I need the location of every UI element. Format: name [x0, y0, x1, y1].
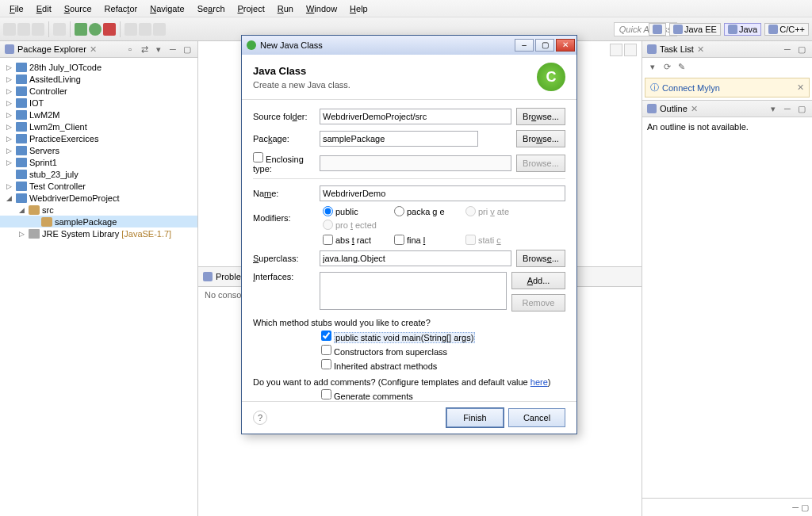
tree-twisty-icon[interactable]: ▷ — [5, 182, 13, 190]
minimize-icon[interactable]: ─ — [167, 44, 178, 55]
menu-edit[interactable]: Edit — [30, 2, 58, 15]
stub-abstract[interactable]: Inherited abstract methods — [321, 359, 565, 371]
outline-min-icon[interactable]: ─ — [782, 103, 793, 114]
dialog-minimize-button[interactable]: – — [515, 39, 534, 52]
menu-navigate[interactable]: Navigate — [144, 2, 190, 15]
tree-twisty-icon[interactable]: ▷ — [5, 99, 13, 107]
tree-item[interactable]: stub_23_july — [0, 168, 197, 180]
open-type-icon[interactable] — [153, 23, 166, 36]
task-new-icon[interactable]: ▾ — [647, 61, 658, 72]
menu-source[interactable]: Source — [58, 2, 98, 15]
stub-main[interactable]: public static void main(String[] args) — [321, 331, 565, 342]
tree-twisty-icon[interactable]: ◢ — [17, 206, 26, 214]
interfaces-add-button[interactable]: Add... — [511, 272, 565, 289]
new-class-icon[interactable] — [139, 23, 151, 36]
package-browse-button[interactable]: Browse... — [516, 130, 565, 147]
new-pkg-icon[interactable] — [124, 23, 137, 36]
dialog-maximize-button[interactable]: ▢ — [535, 39, 554, 52]
min-icon[interactable]: ─ — [782, 44, 793, 55]
run-icon[interactable] — [89, 23, 102, 36]
outline-menu-icon[interactable]: ▾ — [768, 103, 779, 114]
cancel-button[interactable]: Cancel — [508, 408, 565, 427]
tree-twisty-icon[interactable]: ▷ — [5, 123, 13, 131]
mod-public[interactable]: public — [323, 206, 385, 216]
dialog-titlebar[interactable]: New Java Class – ▢ ✕ — [242, 36, 576, 55]
menu-file[interactable]: File — [3, 2, 30, 15]
task-sync-icon[interactable]: ⟳ — [661, 61, 672, 72]
tree-item[interactable]: ▷PracticeExercices — [0, 132, 197, 144]
perspective-java[interactable]: Java — [724, 23, 761, 36]
build-icon[interactable] — [53, 23, 66, 36]
tree-item[interactable]: ▷LwM2M — [0, 109, 197, 120]
save-all-icon[interactable] — [32, 23, 44, 36]
run-ext-icon[interactable] — [103, 23, 116, 36]
tree-twisty-icon[interactable]: ▷ — [5, 135, 13, 143]
mod-final[interactable]: final — [394, 235, 456, 245]
tree-twisty-icon[interactable]: ▷ — [5, 75, 13, 83]
menu-help[interactable]: Help — [343, 2, 374, 15]
tree-twisty-icon[interactable]: ▷ — [17, 230, 26, 238]
close-banner-icon[interactable]: ✕ — [797, 82, 804, 93]
new-icon[interactable] — [3, 23, 16, 36]
tree-item[interactable]: ▷Lwm2m_Client — [0, 120, 197, 132]
tree-item[interactable]: ▷JRE System Library [JavaSE-1.7] — [0, 227, 197, 239]
tree-item[interactable]: ▷IOT — [0, 97, 197, 109]
maximize-icon[interactable]: ▢ — [182, 44, 193, 55]
connect-mylyn-banner[interactable]: ⓘ Connect Mylyn ✕ — [645, 78, 810, 97]
stub-constructors[interactable]: Constructors from superclass — [321, 345, 565, 357]
tree-twisty-icon[interactable]: ▷ — [5, 111, 13, 119]
tree-item[interactable]: samplePackage — [0, 216, 197, 227]
tree-item[interactable]: ▷Test Controller — [0, 180, 197, 192]
comments-here-link[interactable]: here — [530, 377, 548, 387]
max-icon[interactable]: ▢ — [796, 44, 807, 55]
enclosing-type-label[interactable]: Enclosing type: — [253, 152, 315, 174]
outline-max-icon[interactable]: ▢ — [796, 103, 807, 114]
generate-comments[interactable]: Generate comments — [321, 389, 565, 401]
tree-twisty-icon[interactable]: ◢ — [5, 194, 13, 202]
perspective-javaee[interactable]: Java EE — [669, 23, 721, 36]
package-tree[interactable]: ▷28th July_IOTcode▷AssitedLiving▷Control… — [0, 58, 197, 516]
interfaces-list[interactable] — [320, 272, 507, 310]
link-editor-icon[interactable]: ⇄ — [139, 44, 150, 55]
collapse-icon[interactable]: ▫ — [124, 44, 136, 55]
editor-minimize-icon[interactable] — [610, 44, 622, 56]
mod-abstract[interactable]: abstract — [323, 235, 385, 245]
perspective-cpp[interactable]: C/C++ — [764, 23, 809, 36]
problems-tab[interactable]: Proble — [216, 272, 241, 281]
package-input[interactable] — [320, 131, 478, 147]
tree-item[interactable]: ▷Sprint1 — [0, 156, 197, 168]
right-max-icon[interactable]: ▢ — [801, 503, 809, 512]
tree-twisty-icon[interactable]: ▷ — [5, 159, 13, 166]
tree-item[interactable]: ◢WebdriverDemoProject — [0, 192, 197, 204]
mod-package[interactable]: package — [394, 206, 456, 216]
tree-twisty-icon[interactable]: ▷ — [5, 63, 13, 71]
superclass-input[interactable] — [320, 250, 511, 266]
help-button[interactable]: ? — [253, 411, 267, 425]
tree-item[interactable]: ▷28th July_IOTcode — [0, 61, 197, 73]
save-icon[interactable] — [17, 23, 30, 36]
source-folder-browse-button[interactable]: Browse... — [516, 108, 565, 125]
source-folder-input[interactable] — [320, 109, 511, 124]
menu-search[interactable]: Search — [191, 2, 232, 15]
right-min-icon[interactable]: ─ — [792, 503, 799, 512]
tree-item[interactable]: ▷AssitedLiving — [0, 73, 197, 85]
menu-project[interactable]: Project — [232, 2, 271, 15]
superclass-browse-button[interactable]: Browse... — [516, 250, 565, 267]
view-menu-icon[interactable]: ▾ — [153, 44, 164, 55]
tree-item[interactable]: ▷Controller — [0, 85, 197, 97]
dialog-close-button[interactable]: ✕ — [556, 39, 575, 52]
tree-twisty-icon[interactable]: ▷ — [5, 87, 13, 95]
tree-item[interactable]: ◢src — [0, 204, 197, 216]
debug-icon[interactable] — [75, 23, 87, 36]
menu-window[interactable]: Window — [300, 2, 343, 15]
menu-refactor[interactable]: Refactor — [98, 2, 144, 15]
finish-button[interactable]: Finish — [446, 408, 504, 427]
editor-maximize-icon[interactable] — [624, 44, 637, 56]
tree-twisty-icon[interactable]: ▷ — [5, 147, 13, 155]
enclosing-type-checkbox[interactable] — [253, 152, 263, 162]
open-perspective-button[interactable] — [649, 23, 666, 36]
task-filter-icon[interactable]: ✎ — [676, 61, 687, 72]
menu-run[interactable]: Run — [271, 2, 300, 15]
connect-mylyn-link[interactable]: Connect Mylyn — [662, 83, 720, 93]
name-input[interactable] — [320, 185, 565, 201]
